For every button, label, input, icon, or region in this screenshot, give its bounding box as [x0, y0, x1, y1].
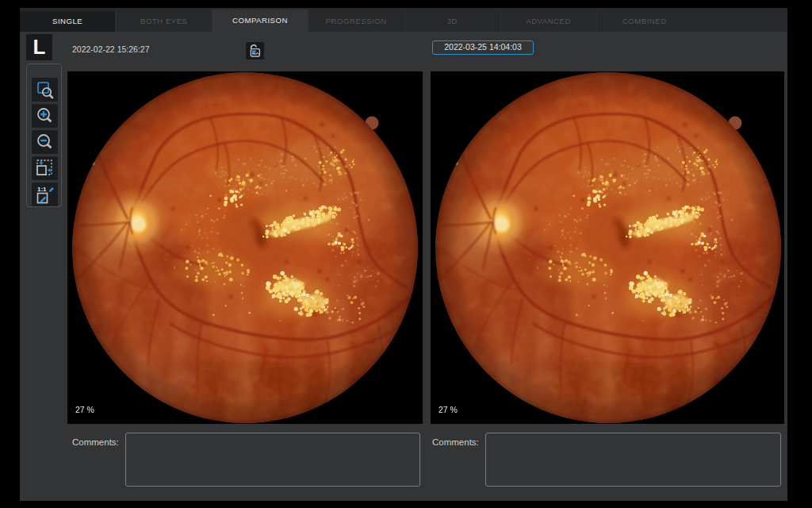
svg-text:1:1: 1:1	[37, 186, 47, 193]
